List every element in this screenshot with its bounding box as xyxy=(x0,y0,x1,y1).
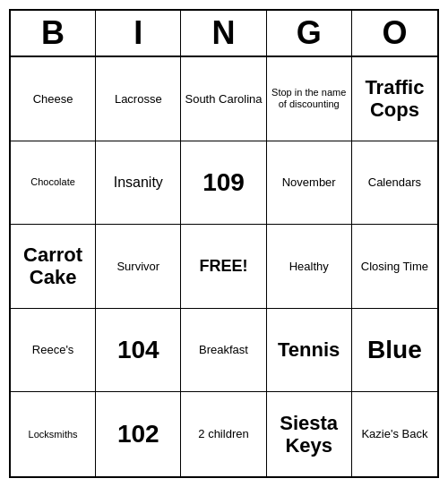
bingo-cell-12: FREE! xyxy=(181,225,266,309)
bingo-cell-10: Carrot Cake xyxy=(11,225,96,309)
header-letter-o: O xyxy=(352,11,437,56)
header-letter-n: N xyxy=(181,11,266,56)
bingo-cell-16: 104 xyxy=(96,309,181,393)
header-letter-b: B xyxy=(11,11,96,56)
bingo-cell-20: Locksmiths xyxy=(11,392,96,476)
bingo-cell-11: Survivor xyxy=(96,225,181,309)
bingo-cell-7: 109 xyxy=(181,141,266,226)
header-letter-g: G xyxy=(267,11,352,56)
bingo-cell-9: Calendars xyxy=(352,141,437,226)
bingo-cell-0: Cheese xyxy=(11,57,96,141)
bingo-card: BINGO CheeseLacrosseSouth CarolinaStop i… xyxy=(9,9,439,478)
bingo-cell-18: Tennis xyxy=(267,309,352,393)
bingo-cell-8: November xyxy=(267,141,352,226)
bingo-cell-13: Healthy xyxy=(267,225,352,309)
bingo-header: BINGO xyxy=(11,11,437,57)
bingo-cell-23: Siesta Keys xyxy=(267,392,352,476)
bingo-cell-1: Lacrosse xyxy=(96,57,181,141)
bingo-cell-14: Closing Time xyxy=(352,225,437,309)
header-letter-i: I xyxy=(96,11,181,56)
bingo-cell-17: Breakfast xyxy=(181,309,266,393)
bingo-grid: CheeseLacrosseSouth CarolinaStop in the … xyxy=(11,57,437,476)
bingo-cell-2: South Carolina xyxy=(181,57,266,141)
bingo-cell-22: 2 children xyxy=(181,392,266,476)
bingo-cell-5: Chocolate xyxy=(11,141,96,226)
bingo-cell-6: Insanity xyxy=(96,141,181,226)
bingo-cell-15: Reece's xyxy=(11,309,96,393)
bingo-cell-21: 102 xyxy=(96,392,181,476)
bingo-cell-24: Kazie's Back xyxy=(352,392,437,476)
bingo-cell-3: Stop in the name of discounting xyxy=(267,57,352,141)
bingo-cell-4: Traffic Cops xyxy=(352,57,437,141)
bingo-cell-19: Blue xyxy=(352,309,437,393)
